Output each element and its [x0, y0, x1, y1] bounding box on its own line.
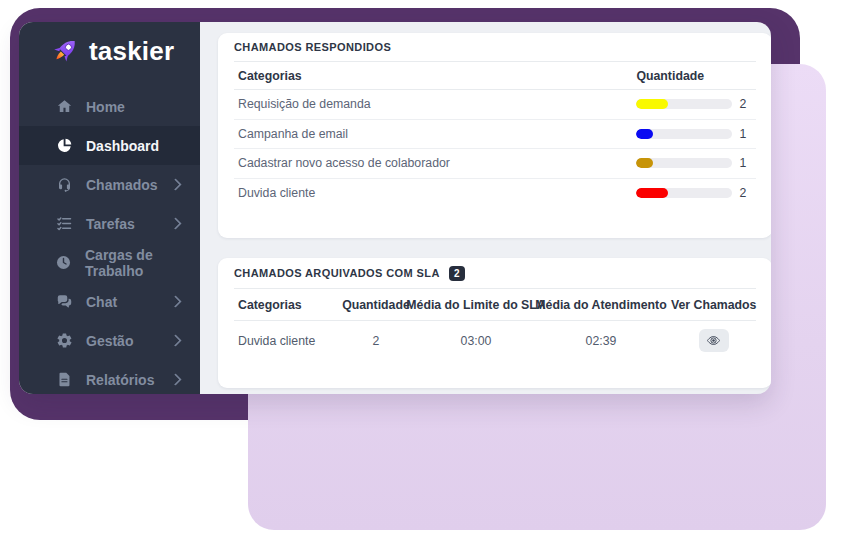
view-chamados-button[interactable]	[699, 329, 729, 352]
eye-icon	[706, 333, 721, 348]
table-header-row: Categorias Quantidade	[234, 62, 756, 90]
main-content: CHAMADOS RESPONDIDOS Categorias Quantida…	[200, 22, 771, 394]
headset-icon	[55, 176, 73, 194]
chevron-right-icon	[169, 334, 182, 347]
column-header-ver-chamados: Ver Chamados	[671, 298, 756, 312]
sidebar-item-home[interactable]: Home	[19, 87, 200, 126]
sidebar-item-gestao[interactable]: Gestão	[19, 321, 200, 360]
quantity-bar	[636, 188, 732, 198]
quantity-value: 2	[739, 97, 756, 111]
quantity-value: 1	[739, 127, 756, 141]
sidebar-item-label: Chat	[86, 294, 117, 310]
quantity-value: 2	[739, 186, 756, 200]
sidebar-item-chat[interactable]: Chat	[19, 282, 200, 321]
quantity-bar	[636, 158, 732, 168]
category-cell: Duvida cliente	[234, 329, 331, 352]
brand-logo: taskier	[19, 22, 200, 67]
checklist-icon	[55, 215, 73, 233]
sidebar-item-label: Relatórios	[86, 372, 154, 388]
sidebar-item-label: Home	[86, 99, 125, 115]
sidebar-item-cargas-de-trabalho[interactable]: Cargas de Trabalho	[19, 243, 200, 282]
sidebar-item-label: Tarefas	[86, 216, 135, 232]
count-badge: 2	[449, 266, 465, 281]
app-window: taskier Home	[19, 22, 771, 394]
card-chamados-respondidos: CHAMADOS RESPONDIDOS Categorias Quantida…	[218, 33, 771, 238]
column-header-media-limite-sla: Média do Limite do SLA	[421, 298, 531, 312]
category-label: Duvida cliente	[234, 186, 626, 200]
chat-bubbles-icon	[55, 293, 73, 311]
clock-icon	[55, 254, 72, 272]
sidebar-item-label: Cargas de Trabalho	[85, 247, 180, 279]
table-row: Cadastrar novo acesso de colaborador 1	[234, 149, 756, 179]
sidebar-item-relatorios[interactable]: Relatórios	[19, 360, 200, 394]
sidebar-nav: Home Dashboard	[19, 87, 200, 394]
column-header-categorias: Categorias	[234, 69, 626, 83]
quantity-value: 1	[739, 156, 756, 170]
rocket-icon	[50, 36, 81, 67]
category-label: Cadastrar novo acesso de colaborador	[234, 156, 626, 170]
sla-limit-avg-cell: 03:00	[421, 329, 531, 352]
card-title: CHAMADOS RESPONDIDOS	[234, 41, 391, 54]
column-header-media-atendimento: Média do Atendimento	[531, 298, 671, 312]
pie-chart-icon	[55, 137, 73, 155]
table-row: Duvida cliente 2	[234, 179, 756, 208]
chevron-right-icon	[169, 217, 182, 230]
report-icon	[55, 371, 73, 389]
sidebar-item-label: Chamados	[86, 177, 158, 193]
chevron-right-icon	[169, 295, 182, 308]
category-label: Requisição de demanda	[234, 97, 626, 111]
table-row: Requisição de demanda 2	[234, 90, 756, 120]
quantity-bar	[636, 129, 732, 139]
screenshot-canvas: taskier Home	[0, 0, 847, 554]
column-header-categorias: Categorias	[234, 298, 331, 312]
table-row: Campanha de email 1	[234, 120, 756, 150]
card-chamados-arquivados-sla: CHAMADOS ARQUIVADOS COM SLA 2 Categorias…	[218, 258, 771, 388]
category-label: Campanha de email	[234, 127, 626, 141]
quantity-bar	[636, 99, 732, 109]
gear-icon	[55, 332, 73, 350]
card-header: CHAMADOS ARQUIVADOS COM SLA 2	[234, 258, 756, 289]
card-header: CHAMADOS RESPONDIDOS	[234, 33, 756, 62]
table-row: Duvida cliente 2 03:00 02:39	[234, 321, 756, 352]
brand-name: taskier	[89, 36, 174, 67]
sidebar-item-label: Dashboard	[86, 138, 159, 154]
quantity-cell: 2	[331, 329, 421, 352]
service-avg-cell: 02:39	[531, 329, 671, 352]
home-icon	[55, 98, 73, 116]
column-header-quantidade: Quantidade	[626, 69, 756, 83]
sidebar-item-dashboard[interactable]: Dashboard	[19, 126, 200, 165]
chevron-right-icon	[169, 373, 182, 386]
sidebar-item-chamados[interactable]: Chamados	[19, 165, 200, 204]
sidebar-item-tarefas[interactable]: Tarefas	[19, 204, 200, 243]
table-header-row: Categorias Quantidade Média do Limite do…	[234, 289, 756, 321]
chevron-right-icon	[169, 178, 182, 191]
sidebar: taskier Home	[19, 22, 200, 394]
card-title: CHAMADOS ARQUIVADOS COM SLA	[234, 267, 440, 280]
sidebar-item-label: Gestão	[86, 333, 133, 349]
